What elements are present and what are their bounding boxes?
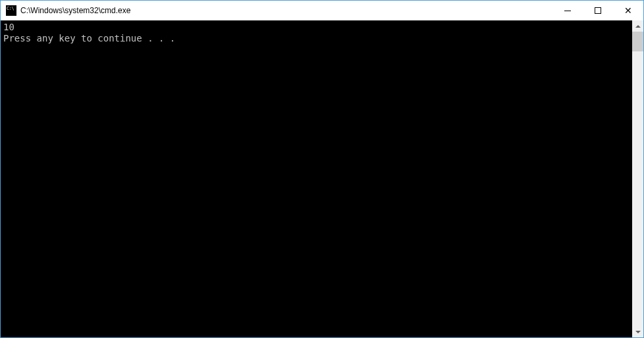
chevron-down-icon bbox=[635, 331, 641, 333]
window-controls: ✕ bbox=[552, 1, 643, 20]
console-output[interactable]: 10 Press any key to continue . . . bbox=[1, 20, 632, 337]
scroll-thumb[interactable] bbox=[632, 32, 643, 51]
titlebar[interactable]: C:\Windows\system32\cmd.exe ✕ bbox=[1, 1, 643, 20]
scroll-track[interactable] bbox=[632, 32, 643, 326]
cmd-icon bbox=[6, 5, 16, 16]
console-line: 10 bbox=[3, 22, 14, 32]
scroll-up-button[interactable] bbox=[632, 20, 643, 32]
close-icon: ✕ bbox=[624, 6, 632, 15]
vertical-scrollbar[interactable] bbox=[632, 20, 643, 337]
chevron-up-icon bbox=[635, 25, 641, 28]
window-title: C:\Windows\system32\cmd.exe bbox=[20, 6, 552, 15]
maximize-icon bbox=[595, 7, 601, 14]
close-button[interactable]: ✕ bbox=[613, 1, 643, 20]
console-line: Press any key to continue . . . bbox=[3, 33, 175, 43]
cmd-window: C:\Windows\system32\cmd.exe ✕ 10 Press a… bbox=[0, 0, 644, 338]
minimize-icon bbox=[564, 11, 571, 11]
client-area: 10 Press any key to continue . . . bbox=[1, 20, 643, 337]
maximize-button[interactable] bbox=[583, 1, 613, 20]
scroll-down-button[interactable] bbox=[632, 326, 643, 337]
minimize-button[interactable] bbox=[552, 1, 583, 20]
